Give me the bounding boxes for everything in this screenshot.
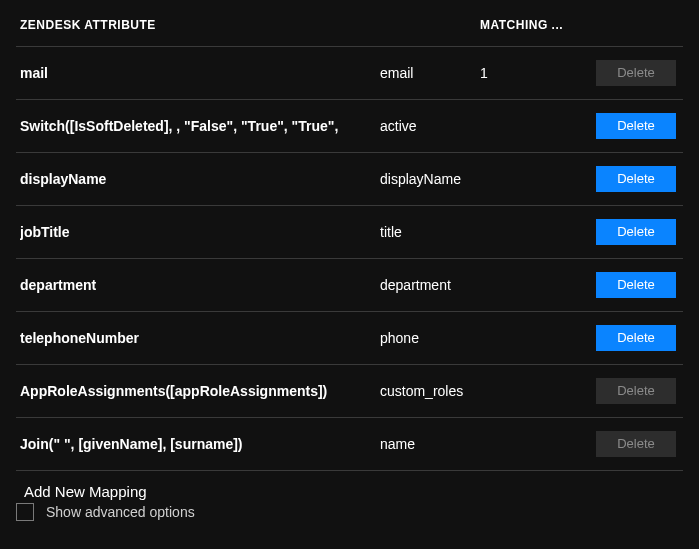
action-cell: Delete	[590, 219, 676, 245]
action-cell: Delete	[590, 113, 676, 139]
table-row[interactable]: AppRoleAssignments([appRoleAssignments])…	[16, 365, 683, 418]
target-attribute-cell: active	[380, 118, 480, 134]
action-cell: Delete	[590, 60, 676, 86]
table-header-row: ZENDESK ATTRIBUTE MATCHING ...	[16, 12, 683, 47]
table-row[interactable]: Join(" ", [givenName], [surname])nameDel…	[16, 418, 683, 471]
source-attribute-cell: Join(" ", [givenName], [surname])	[20, 436, 380, 452]
target-attribute-cell: email	[380, 65, 480, 81]
table-row[interactable]: jobTitletitleDelete	[16, 206, 683, 259]
source-attribute-cell: displayName	[20, 171, 380, 187]
header-source: ZENDESK ATTRIBUTE	[20, 18, 380, 32]
action-cell: Delete	[590, 166, 676, 192]
table-row[interactable]: mailemail1Delete	[16, 47, 683, 100]
table-row[interactable]: departmentdepartmentDelete	[16, 259, 683, 312]
matching-precedence-cell: 1	[480, 65, 590, 81]
target-attribute-cell: displayName	[380, 171, 480, 187]
source-attribute-cell: AppRoleAssignments([appRoleAssignments])	[20, 383, 380, 399]
show-advanced-label: Show advanced options	[46, 504, 195, 520]
delete-button[interactable]: Delete	[596, 166, 676, 192]
target-attribute-cell: name	[380, 436, 480, 452]
source-attribute-cell: telephoneNumber	[20, 330, 380, 346]
target-attribute-cell: department	[380, 277, 480, 293]
table-row[interactable]: Switch([IsSoftDeleted], , "False", "True…	[16, 100, 683, 153]
target-attribute-cell: title	[380, 224, 480, 240]
table-row[interactable]: telephoneNumberphoneDelete	[16, 312, 683, 365]
delete-button: Delete	[596, 431, 676, 457]
table-row[interactable]: displayNamedisplayNameDelete	[16, 153, 683, 206]
source-attribute-cell: jobTitle	[20, 224, 380, 240]
delete-button[interactable]: Delete	[596, 325, 676, 351]
delete-button: Delete	[596, 60, 676, 86]
action-cell: Delete	[590, 272, 676, 298]
source-attribute-cell: mail	[20, 65, 380, 81]
delete-button: Delete	[596, 378, 676, 404]
table-body: mailemail1DeleteSwitch([IsSoftDeleted], …	[16, 47, 683, 471]
target-attribute-cell: phone	[380, 330, 480, 346]
attribute-mapping-panel: ZENDESK ATTRIBUTE MATCHING ... mailemail…	[0, 0, 699, 524]
source-attribute-cell: department	[20, 277, 380, 293]
header-matching: MATCHING ...	[480, 18, 590, 32]
target-attribute-cell: custom_roles	[380, 383, 480, 399]
delete-button[interactable]: Delete	[596, 219, 676, 245]
source-attribute-cell: Switch([IsSoftDeleted], , "False", "True…	[20, 118, 380, 134]
show-advanced-checkbox[interactable]	[16, 503, 34, 521]
action-cell: Delete	[590, 431, 676, 457]
action-cell: Delete	[590, 378, 676, 404]
action-cell: Delete	[590, 325, 676, 351]
footer: Show advanced options	[0, 503, 699, 549]
delete-button[interactable]: Delete	[596, 113, 676, 139]
delete-button[interactable]: Delete	[596, 272, 676, 298]
